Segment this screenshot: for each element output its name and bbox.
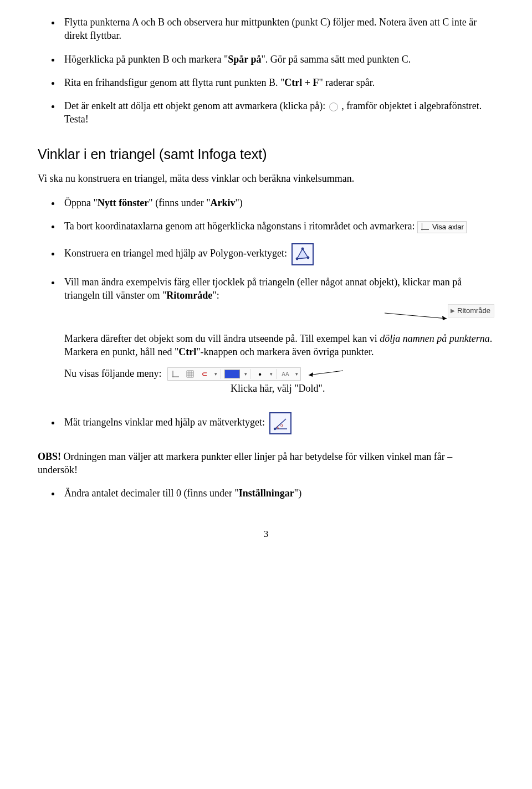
obs-text: Ordningen man väljer att markera punkter… xyxy=(38,451,452,475)
bullet-item: Öppna "Nytt fönster" (finns under "Arkiv… xyxy=(61,196,494,209)
axes-icon xyxy=(170,369,181,379)
bold-text: Ctrl + F xyxy=(284,77,319,88)
paragraph-text: Nu visas följande meny: xyxy=(64,368,161,379)
svg-point-2 xyxy=(301,247,304,250)
end-bullet-list: Ändra antalet decimaler till 0 (finns un… xyxy=(38,486,494,500)
bullet-text: ". Gör på samma sätt med punkten C. xyxy=(261,54,411,65)
bullet-text: Rita en frihandsfigur genom att flytta r… xyxy=(64,77,284,88)
bullet-item: Flytta punkterna A och B och observera h… xyxy=(61,16,494,43)
color-swatch xyxy=(224,370,240,378)
bullet-item: Högerklicka på punkten B och markera "Sp… xyxy=(61,53,494,66)
bullet-item: Mät triangelns vinklar med hjälp av mätv… xyxy=(61,412,494,434)
italic-text: dölja namnen på punkterna xyxy=(380,333,489,344)
obs-label: OBS! xyxy=(38,451,61,462)
chevron-right-icon: ▶ xyxy=(451,307,455,315)
svg-line-8 xyxy=(309,371,343,375)
page-number: 3 xyxy=(38,528,494,541)
bullet-text: ") xyxy=(236,197,243,208)
svg-marker-5 xyxy=(442,316,447,320)
bold-text: Arkiv xyxy=(211,197,236,208)
svg-point-1 xyxy=(296,257,299,260)
svg-text:α: α xyxy=(280,423,283,428)
undo-icon: ⊂ xyxy=(199,369,210,379)
visa-axlar-label: Visa axlar xyxy=(432,222,464,232)
bullet-text: ") xyxy=(294,488,301,499)
grid-icon xyxy=(185,369,196,379)
svg-line-4 xyxy=(385,313,447,319)
top-bullet-list: Flytta punkterna A och B och observera h… xyxy=(38,16,494,126)
arrow-icon xyxy=(305,368,344,380)
mid-bullet-list: Öppna "Nytt fönster" (finns under "Arkiv… xyxy=(38,196,494,434)
obs-paragraph: OBS! Ordningen man väljer att markera pu… xyxy=(38,450,494,477)
visa-axlar-chip: Visa axlar xyxy=(417,221,467,233)
bullet-item: Vill man ändra exempelvis färg eller tjo… xyxy=(61,275,494,396)
bullet-item: Ändra antalet decimaler till 0 (finns un… xyxy=(61,486,494,500)
paragraph-text: "-knappen och markera även övriga punkte… xyxy=(196,346,374,357)
lead-paragraph: Vi ska nu konstruera en triangel, mäta d… xyxy=(38,172,494,185)
style-toolbar: ⊂▾ ▾ •▾ AA▾ xyxy=(167,367,301,381)
section-heading: Vinklar i en triangel (samt Infoga text) xyxy=(38,145,494,164)
bold-text: Ctrl xyxy=(178,346,196,357)
bullet-text: Vill man ändra exempelvis färg eller tjo… xyxy=(64,276,462,301)
arrow-icon xyxy=(385,311,451,323)
point-style-icon: • xyxy=(254,369,265,379)
bullet-text: Mät triangelns vinklar med hjälp av mätv… xyxy=(64,417,265,428)
bold-text: Spår på xyxy=(228,54,261,65)
bullet-text: Högerklicka på punkten B och markera " xyxy=(64,54,228,65)
bullet-text: Konstruera en triangel med hjälp av Poly… xyxy=(64,248,287,259)
svg-point-10 xyxy=(274,428,276,430)
bullet-text: Ändra antalet decimaler till 0 (finns un… xyxy=(64,488,239,499)
ritomrade-chip: ▶ Ritområde xyxy=(448,304,494,317)
svg-marker-9 xyxy=(309,372,313,377)
bullet-text: Det är enkelt att dölja ett objekt genom… xyxy=(64,100,328,111)
label-style-icon: AA xyxy=(280,369,291,379)
bullet-text: Flytta punkterna A och B och observera h… xyxy=(64,17,477,41)
bullet-text: Ta bort koordinataxlarna genom att höger… xyxy=(64,221,415,232)
bullet-item: Konstruera en triangel med hjälp av Poly… xyxy=(61,243,494,265)
bold-text: Ritområde xyxy=(166,290,212,301)
bold-text: Inställningar xyxy=(239,488,294,499)
svg-marker-0 xyxy=(297,249,308,259)
bullet-item: Rita en frihandsfigur genom att flytta r… xyxy=(61,76,494,89)
angle-tool-icon: α xyxy=(269,412,291,434)
axes-icon xyxy=(420,223,429,232)
bullet-text: ": xyxy=(212,290,219,301)
bullet-text: Öppna " xyxy=(64,197,98,208)
bullet-item: Det är enkelt att dölja ett objekt genom… xyxy=(61,99,494,126)
dropdown-icon: ▾ xyxy=(244,371,247,377)
dropdown-icon: ▾ xyxy=(214,371,217,377)
dropdown-icon: ▾ xyxy=(270,371,273,377)
visibility-dot-icon xyxy=(329,103,338,111)
bullet-text: " raderar spår. xyxy=(319,77,375,88)
dropdown-icon: ▾ xyxy=(295,371,298,377)
klicka-text: Klicka här, välj "Dold". xyxy=(231,382,494,395)
polygon-tool-icon xyxy=(291,243,314,265)
svg-point-3 xyxy=(307,256,310,259)
bold-text: Nytt fönster xyxy=(98,197,149,208)
bullet-item: Ta bort koordinataxlarna genom att höger… xyxy=(61,219,494,233)
bullet-text: " (finns under " xyxy=(149,197,210,208)
ritomrade-label: Ritområde xyxy=(457,306,490,316)
paragraph-text: Markera därefter det objekt som du vill … xyxy=(64,333,380,344)
